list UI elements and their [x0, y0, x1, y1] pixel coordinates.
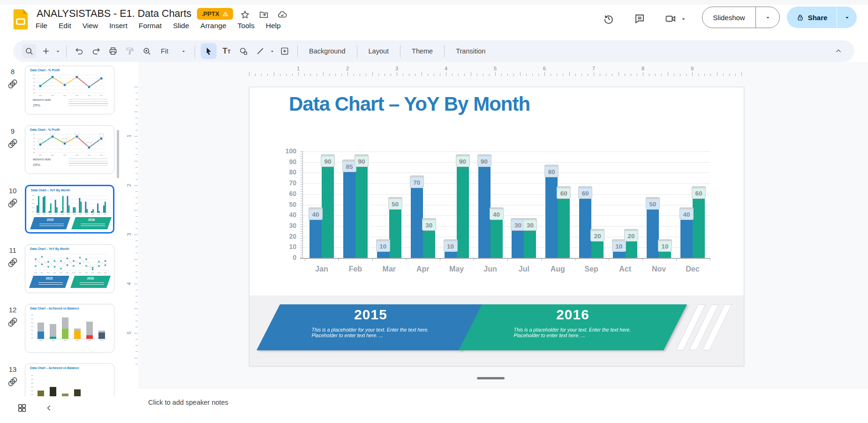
bar-2015-Jun[interactable] — [478, 162, 491, 258]
banner-2015[interactable]: 2015 This is a placeholder for your text… — [257, 304, 485, 350]
star-icon[interactable] — [239, 9, 250, 20]
layout-button[interactable]: Layout — [362, 47, 396, 55]
value-label: 10 — [376, 241, 390, 252]
thumbnail-title: Data Chart – Achieved vs Balance — [30, 307, 79, 310]
gridline — [303, 151, 710, 152]
value-label: 60 — [557, 188, 571, 199]
select-tool-icon[interactable] — [201, 43, 217, 59]
comments-icon[interactable] — [633, 12, 646, 25]
x-axis-label: Feb — [340, 265, 371, 274]
slide-thumbnail-8[interactable]: Data Chart - % ProfitINSIGHTS HERE25% — [25, 66, 114, 114]
banner-2016[interactable]: 2016 This is a placeholder for your text… — [459, 304, 687, 350]
y-axis-label: 60 — [275, 190, 296, 198]
vertical-ruler: 12345 — [128, 87, 139, 365]
bar-2015-Dec[interactable] — [680, 215, 693, 258]
search-menus-icon[interactable] — [22, 44, 36, 58]
undo-icon[interactable] — [72, 44, 86, 58]
bar-2016-May[interactable] — [457, 162, 469, 258]
menu-edit[interactable]: Edit — [59, 22, 71, 30]
bar-2016-Dec[interactable] — [693, 194, 705, 258]
zoom-select[interactable]: Fit — [155, 47, 190, 55]
toolbar: Fit TT Background Layout Theme Transitio… — [13, 40, 854, 62]
menu-format[interactable]: Format — [139, 22, 162, 30]
move-folder-icon[interactable] — [258, 9, 269, 20]
speaker-notes[interactable]: Click to add speaker notes — [138, 388, 868, 423]
bar-2015-Nov[interactable] — [647, 205, 659, 258]
thumbnail-title: Data Chart – YoY By Month — [31, 189, 70, 192]
slide-thumbnail-11[interactable]: Data Chart – YoY By Month20152016 — [25, 244, 114, 293]
theme-button[interactable]: Theme — [405, 47, 440, 55]
slides-logo[interactable] — [12, 8, 29, 31]
pptx-badge[interactable]: .PPTX — [197, 8, 233, 20]
filmstrip-scrollbar[interactable] — [117, 130, 119, 178]
value-label: 40 — [679, 209, 694, 220]
x-axis-label: Nov — [643, 265, 674, 274]
slideshow-dropdown[interactable] — [755, 7, 779, 28]
slide-thumbnail-9[interactable]: Data Chart - % ProfitINSIGHTS HERE25% — [25, 125, 114, 174]
bar-2016-Aug[interactable] — [558, 194, 570, 258]
bar-2016-Jun[interactable] — [491, 215, 503, 258]
x-axis-label: Aug — [542, 265, 573, 274]
insert-frame-icon[interactable] — [278, 44, 292, 58]
new-slide-icon[interactable] — [39, 44, 53, 58]
bar-2016-Jan[interactable] — [322, 162, 334, 258]
print-icon[interactable] — [106, 44, 120, 58]
line-tool-icon[interactable] — [253, 44, 267, 58]
pptx-badge-label: .PPTX — [202, 10, 219, 17]
slide-thumbnail-10[interactable]: Data Chart – YoY By Month20152016 — [25, 185, 114, 234]
slide-thumbnail-13[interactable]: Data Chart – Achieved vs Balance — [25, 363, 114, 396]
share-label: Share — [808, 14, 828, 22]
menu-file[interactable]: File — [36, 22, 47, 30]
menu-tools[interactable]: Tools — [238, 22, 255, 30]
bar-2015-Aug[interactable] — [545, 173, 558, 258]
menu-slide[interactable]: Slide — [173, 22, 189, 30]
background-button[interactable]: Background — [302, 47, 352, 55]
x-axis-label: Dec — [677, 265, 708, 274]
y-axis-label: 20 — [275, 233, 296, 241]
collapse-toolbar-icon[interactable] — [831, 44, 845, 58]
slide-editor[interactable]: Data Chart – YoY By Month 01020304050607… — [249, 87, 744, 366]
slide-number-13: 13 — [5, 365, 21, 374]
transition-indicator-icon — [8, 377, 18, 387]
lock-icon — [796, 14, 804, 22]
zoom-icon[interactable] — [140, 44, 154, 58]
bar-2015-Jan[interactable] — [309, 215, 322, 258]
menu-view[interactable]: View — [83, 22, 98, 30]
window-top-strip — [0, 0, 868, 5]
transition-button[interactable]: Transition — [449, 47, 492, 55]
menu-help[interactable]: Help — [266, 22, 281, 30]
redo-icon[interactable] — [89, 44, 103, 58]
slide-thumbnail-12[interactable]: Data Chart – Achieved vs Balance — [25, 304, 114, 353]
menu-arrange[interactable]: Arrange — [200, 22, 226, 30]
bar-2016-Feb[interactable] — [355, 162, 368, 258]
menu-insert[interactable]: Insert — [109, 22, 128, 30]
google-slides-app: ANALYSISTABS - E1. Data Charts .PPTX Fil… — [0, 0, 868, 423]
header: ANALYSISTABS - E1. Data Charts .PPTX Fil… — [0, 5, 868, 38]
notes-resize-handle[interactable] — [477, 377, 505, 379]
thumbnail-title: Data Chart – Achieved vs Balance — [30, 366, 79, 370]
bar-2015-Feb[interactable] — [343, 167, 355, 258]
line-tool-dropdown[interactable] — [269, 48, 276, 54]
new-slide-dropdown[interactable] — [55, 48, 61, 54]
meet-camera-icon[interactable] — [664, 12, 677, 25]
bar-2016-Mar[interactable] — [389, 205, 401, 258]
share-dropdown[interactable] — [837, 7, 857, 28]
text-box-icon[interactable]: TT — [219, 44, 234, 58]
transition-indicator-icon — [8, 138, 18, 149]
version-history-icon[interactable] — [602, 12, 615, 25]
document-title[interactable]: ANALYSISTABS - E1. Data Charts — [37, 8, 191, 20]
value-label: 80 — [544, 166, 559, 177]
shape-icon[interactable] — [236, 44, 250, 58]
value-label: 30 — [422, 219, 436, 231]
bar-2015-Apr[interactable] — [411, 183, 423, 258]
value-label: 50 — [388, 198, 402, 210]
collapse-filmstrip-icon[interactable] — [43, 402, 55, 414]
grid-view-icon[interactable] — [16, 402, 28, 414]
meet-dropdown-icon[interactable] — [679, 12, 687, 25]
slideshow-button[interactable]: Slideshow — [702, 7, 780, 28]
x-axis-label: Jan — [306, 265, 337, 274]
cloud-saved-icon[interactable] — [277, 9, 288, 20]
paint-format-icon[interactable] — [123, 44, 137, 58]
bar-2015-Sep[interactable] — [579, 194, 591, 258]
share-button[interactable]: Share — [787, 7, 857, 28]
